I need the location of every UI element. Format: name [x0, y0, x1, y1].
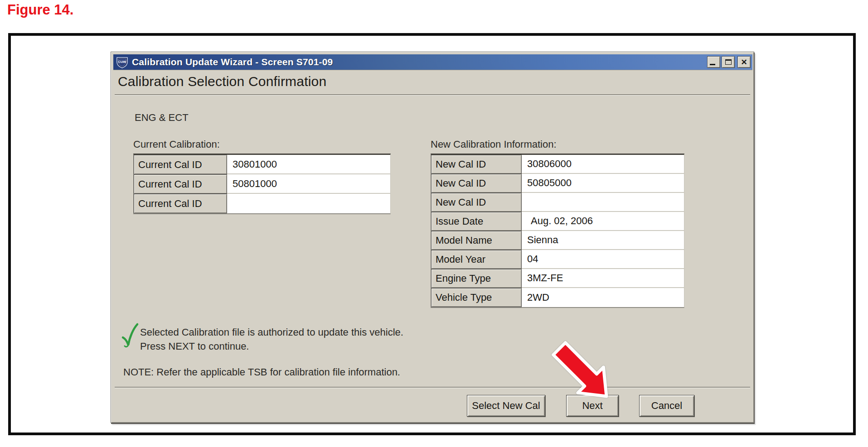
row-label: Vehicle Type: [431, 288, 522, 307]
table-row: Current Cal ID: [134, 194, 390, 213]
figure-border-frame: CUW Calibration Update Wizard - Screen S…: [8, 33, 856, 435]
window-title: Calibration Update Wizard - Screen S701-…: [132, 57, 707, 67]
row-label: Model Year: [431, 250, 522, 269]
row-label: Issue Date: [431, 212, 522, 231]
minimize-button[interactable]: [707, 56, 720, 68]
note-text: NOTE: Refer the applicable TSB for calib…: [123, 366, 400, 378]
table-row: Current Cal ID 50801000: [134, 174, 390, 194]
button-area-divider: [115, 387, 750, 388]
row-label: New Cal ID: [431, 193, 522, 212]
row-label: New Cal ID: [431, 174, 522, 193]
table-row: Model Year 04: [431, 250, 684, 269]
status-line-2: Press NEXT to continue.: [140, 339, 403, 353]
cuw-shield-icon: CUW: [116, 56, 128, 68]
row-value: Aug. 02, 2006: [522, 212, 684, 231]
status-line-1: Selected Calibration file is authorized …: [140, 325, 403, 339]
row-value: [522, 193, 684, 212]
row-value: 30801000: [227, 155, 390, 174]
table-row: New Cal ID 50805000: [431, 174, 684, 193]
table-row: Vehicle Type 2WD: [431, 288, 684, 307]
new-calibration-table: New Cal ID 30806000 New Cal ID 50805000 …: [431, 154, 684, 308]
row-value: 50801000: [227, 174, 390, 194]
current-calibration-table: Current Cal ID 30801000 Current Cal ID 5…: [133, 154, 391, 214]
row-label: Current Cal ID: [134, 155, 227, 174]
new-calibration-caption: New Calibration Information:: [431, 139, 557, 150]
green-checkmark-icon: [121, 322, 139, 349]
row-value: 3MZ-FE: [522, 269, 684, 288]
row-value: 30806000: [522, 155, 684, 174]
close-icon: ✕: [741, 58, 747, 66]
maximize-icon: [725, 59, 732, 65]
row-label: New Cal ID: [431, 155, 522, 174]
table-row: New Cal ID: [431, 193, 684, 212]
row-label: Current Cal ID: [134, 174, 227, 194]
table-row: Current Cal ID 30801000: [134, 155, 390, 174]
row-label: Model Name: [431, 231, 522, 250]
calibration-update-wizard-window: CUW Calibration Update Wizard - Screen S…: [111, 52, 754, 423]
table-row: Model Name Sienna: [431, 231, 684, 250]
svg-text:CUW: CUW: [118, 60, 127, 64]
table-row: Engine Type 3MZ-FE: [431, 269, 684, 288]
page-title: Calibration Selection Confirmation: [118, 74, 326, 89]
row-value: Sienna: [522, 231, 684, 250]
red-arrow-icon: [545, 339, 613, 403]
heading-divider: [115, 94, 750, 96]
system-label: ENG & ECT: [135, 112, 189, 124]
close-button[interactable]: ✕: [737, 56, 751, 68]
row-value: 50805000: [522, 174, 684, 193]
maximize-button[interactable]: [722, 56, 735, 68]
row-value: 04: [522, 250, 684, 269]
select-new-cal-button[interactable]: Select New Cal: [467, 395, 545, 417]
table-row: New Cal ID 30806000: [431, 155, 684, 174]
minimize-icon: [710, 64, 715, 65]
cancel-button[interactable]: Cancel: [639, 395, 694, 417]
row-label: Current Cal ID: [134, 194, 227, 213]
window-titlebar[interactable]: CUW Calibration Update Wizard - Screen S…: [113, 54, 752, 70]
figure-caption: Figure 14.: [7, 2, 73, 18]
row-value: [227, 194, 390, 213]
row-value: 2WD: [522, 288, 684, 307]
current-calibration-caption: Current Calibration:: [133, 139, 220, 150]
status-message: Selected Calibration file is authorized …: [140, 325, 403, 353]
row-label: Engine Type: [431, 269, 522, 288]
table-row: Issue Date Aug. 02, 2006: [431, 212, 684, 231]
